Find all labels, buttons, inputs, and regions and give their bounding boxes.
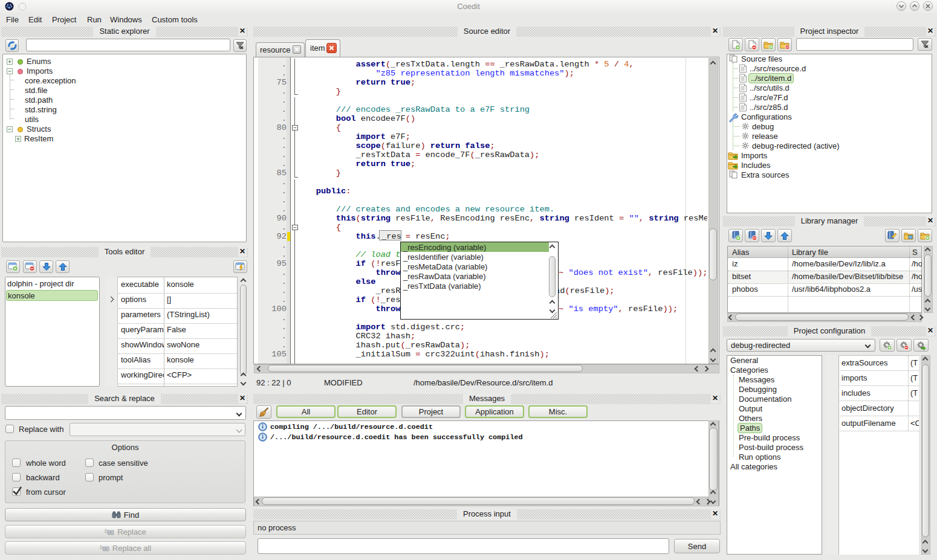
svg-text:b: b (100, 544, 103, 550)
svg-text:b: b (105, 528, 108, 534)
